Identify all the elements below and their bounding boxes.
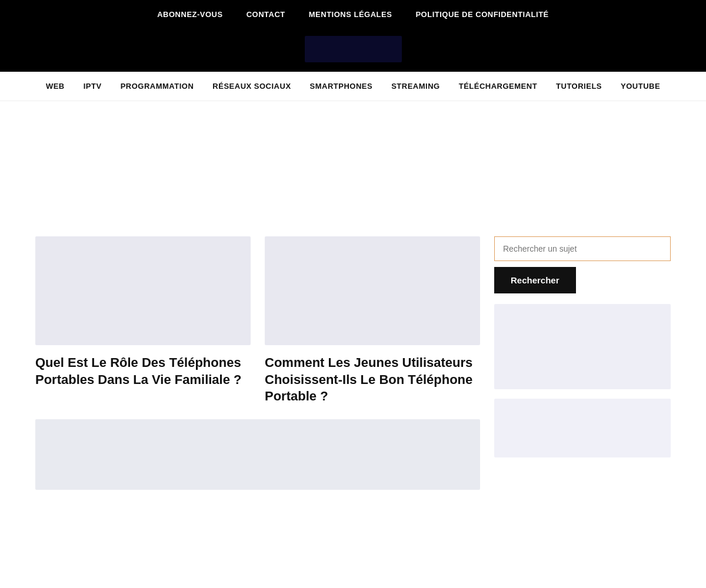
nav-programmation[interactable]: PROGRAMMATION	[121, 72, 194, 100]
article-card-3[interactable]	[35, 419, 480, 490]
nav-youtube[interactable]: YOUTUBE	[621, 72, 660, 100]
sidebar: Rechercher	[494, 236, 671, 504]
content-area: Quel Est Le Rôle Des Téléphones Portable…	[0, 236, 706, 527]
article-thumb-2	[265, 236, 480, 345]
main-content: Quel Est Le Rôle Des Téléphones Portable…	[35, 236, 480, 504]
article-title-1: Quel Est Le Rôle Des Téléphones Portable…	[35, 355, 251, 388]
article-thumb-3	[35, 419, 480, 490]
nav-smartphones[interactable]: SMARTPHONES	[310, 72, 373, 100]
main-navigation: WEB IPTV PROGRAMMATION RÉSEAUX SOCIAUX S…	[0, 72, 706, 101]
nav-privacy[interactable]: POLITIQUE DE CONFIDENTIALITÉ	[415, 10, 548, 19]
site-logo[interactable]	[305, 36, 402, 62]
nav-telechargement[interactable]: TÉLÉCHARGEMENT	[459, 72, 537, 100]
sidebar-widget-2	[494, 399, 671, 457]
logo-area	[0, 29, 706, 72]
sidebar-widget-1	[494, 304, 671, 389]
article-title-2: Comment Les Jeunes Utilisateurs Choisiss…	[265, 355, 480, 405]
nav-iptv[interactable]: IPTV	[84, 72, 102, 100]
nav-subscribe[interactable]: ABONNEZ-VOUS	[157, 10, 222, 19]
ad-banner	[0, 101, 706, 236]
article-thumb-1	[35, 236, 251, 345]
nav-web[interactable]: WEB	[46, 72, 65, 100]
nav-contact[interactable]: CONTACT	[247, 10, 285, 19]
nav-legal[interactable]: MENTIONS LÉGALES	[309, 10, 392, 19]
nav-reseaux[interactable]: RÉSEAUX SOCIAUX	[212, 72, 291, 100]
top-navigation: ABONNEZ-VOUS CONTACT MENTIONS LÉGALES PO…	[0, 0, 706, 29]
nav-streaming[interactable]: STREAMING	[391, 72, 440, 100]
article-card-1[interactable]: Quel Est Le Rôle Des Téléphones Portable…	[35, 236, 251, 405]
articles-grid: Quel Est Le Rôle Des Téléphones Portable…	[35, 236, 480, 490]
nav-tutoriels[interactable]: TUTORIELS	[556, 72, 602, 100]
search-input[interactable]	[494, 236, 671, 261]
search-button[interactable]: Rechercher	[494, 267, 576, 293]
article-card-2[interactable]: Comment Les Jeunes Utilisateurs Choisiss…	[265, 236, 480, 405]
